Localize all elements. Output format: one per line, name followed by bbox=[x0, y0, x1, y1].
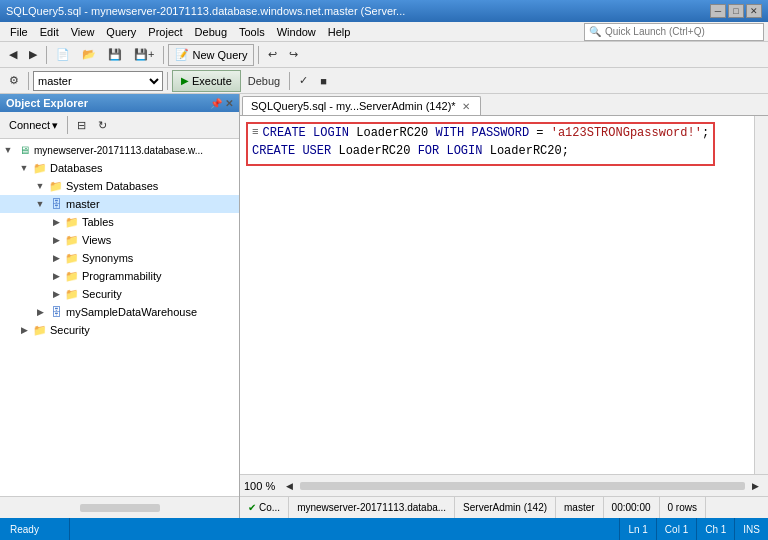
menu-project[interactable]: Project bbox=[142, 24, 188, 40]
tree-item-master[interactable]: ▼ 🗄 master bbox=[0, 195, 239, 213]
tree-item-programmability[interactable]: ▶ 📁 Programmability bbox=[0, 267, 239, 285]
tables-icon: 📁 bbox=[64, 214, 80, 230]
new-query-button[interactable]: 📝 New Query bbox=[168, 44, 254, 66]
tree-item-tables[interactable]: ▶ 📁 Tables bbox=[0, 213, 239, 231]
oe-scroll-bar[interactable] bbox=[0, 504, 239, 512]
debug-label: Debug bbox=[248, 75, 280, 87]
code-highlight-box: ≡ CREATE LOGIN LoaderRC20 WITH PASSWORD bbox=[246, 122, 715, 166]
server-label: mynewserver-20171113.database.w... bbox=[32, 145, 203, 156]
security-master-icon: 📁 bbox=[64, 286, 80, 302]
minimize-button[interactable]: ─ bbox=[710, 4, 726, 18]
code-line-1: ≡ CREATE LOGIN LoaderRC20 WITH PASSWORD bbox=[252, 126, 709, 144]
conn-icon-item: ✔ Co... bbox=[240, 497, 289, 518]
system-databases-icon: 📁 bbox=[48, 178, 64, 194]
security-top-expander[interactable]: ▶ bbox=[16, 325, 32, 335]
oe-close-button[interactable]: ✕ bbox=[225, 98, 233, 109]
databases-label: Databases bbox=[48, 162, 103, 174]
system-db-expander[interactable]: ▼ bbox=[32, 181, 48, 191]
oe-filter-button[interactable]: ⊟ bbox=[72, 114, 91, 136]
debug-button[interactable]: Debug bbox=[243, 70, 285, 92]
menu-window[interactable]: Window bbox=[271, 24, 322, 40]
redo-button[interactable]: ↪ bbox=[284, 44, 303, 66]
editor-area: SQLQuery5.sql - my...ServerAdmin (142)* … bbox=[240, 94, 768, 518]
views-expander[interactable]: ▶ bbox=[48, 235, 64, 245]
editor-content[interactable]: ≡ CREATE LOGIN LoaderRC20 WITH PASSWORD bbox=[240, 116, 754, 474]
forward-button[interactable]: ▶ bbox=[24, 44, 42, 66]
security-top-label: Security bbox=[48, 324, 90, 336]
space7 bbox=[295, 144, 302, 158]
stop-button[interactable]: ■ bbox=[315, 70, 332, 92]
window-controls: ─ □ ✕ bbox=[710, 4, 762, 18]
master-expander[interactable]: ▼ bbox=[32, 199, 48, 209]
maximize-button[interactable]: □ bbox=[728, 4, 744, 18]
toolbar-sep5 bbox=[167, 72, 168, 90]
menu-file[interactable]: File bbox=[4, 24, 34, 40]
connect-label: Connect bbox=[9, 119, 50, 131]
execute-label: Execute bbox=[192, 75, 232, 87]
quick-launch-input[interactable] bbox=[605, 26, 759, 37]
zoom-out-button[interactable]: ◀ bbox=[281, 475, 298, 497]
save-all-button[interactable]: 💾+ bbox=[129, 44, 159, 66]
tree-item-security-master[interactable]: ▶ 📁 Security bbox=[0, 285, 239, 303]
synonyms-expander[interactable]: ▶ bbox=[48, 253, 64, 263]
database-selector[interactable]: master bbox=[33, 71, 163, 91]
toolbar-sep3 bbox=[258, 46, 259, 64]
close-button[interactable]: ✕ bbox=[746, 4, 762, 18]
toolbar-main: ◀ ▶ 📄 📂 💾 💾+ 📝 New Query ↩ ↪ bbox=[0, 42, 768, 68]
editor-scrollbar-vertical[interactable] bbox=[754, 116, 768, 474]
server-expander[interactable]: ▼ bbox=[0, 145, 16, 155]
status-right: Ln 1 Col 1 Ch 1 INS bbox=[619, 518, 768, 540]
security-master-label: Security bbox=[80, 288, 122, 300]
sample-dw-expander[interactable]: ▶ bbox=[32, 307, 48, 317]
views-icon: 📁 bbox=[64, 232, 80, 248]
space11 bbox=[482, 144, 489, 158]
tree-item-server[interactable]: ▼ 🖥 mynewserver-20171113.database.w... bbox=[0, 141, 239, 159]
menu-edit[interactable]: Edit bbox=[34, 24, 65, 40]
parse-button[interactable]: ✓ bbox=[294, 70, 313, 92]
tree-item-sample-dw[interactable]: ▶ 🗄 mySampleDataWarehouse bbox=[0, 303, 239, 321]
zoom-in-button[interactable]: ▶ bbox=[747, 475, 764, 497]
for-kw: FOR bbox=[418, 144, 440, 158]
undo-button[interactable]: ↩ bbox=[263, 44, 282, 66]
rows-label: 0 rows bbox=[668, 502, 697, 513]
space9 bbox=[410, 144, 417, 158]
tree-item-views[interactable]: ▶ 📁 Views bbox=[0, 231, 239, 249]
back-button[interactable]: ◀ bbox=[4, 44, 22, 66]
tree-item-system-databases[interactable]: ▼ 📁 System Databases bbox=[0, 177, 239, 195]
quick-launch-box[interactable]: 🔍 bbox=[584, 23, 764, 41]
toolbar-sep4 bbox=[28, 72, 29, 90]
user-conn-label: ServerAdmin (142) bbox=[463, 502, 547, 513]
tree-item-security-top[interactable]: ▶ 📁 Security bbox=[0, 321, 239, 339]
menu-query[interactable]: Query bbox=[100, 24, 142, 40]
oe-refresh-button[interactable]: ↻ bbox=[93, 114, 112, 136]
time-label: 00:00:00 bbox=[612, 502, 651, 513]
space1 bbox=[306, 126, 313, 140]
menu-help[interactable]: Help bbox=[322, 24, 357, 40]
tables-label: Tables bbox=[80, 216, 114, 228]
menu-tools[interactable]: Tools bbox=[233, 24, 271, 40]
line1-marker: ≡ bbox=[252, 126, 259, 138]
tree-item-databases[interactable]: ▼ 📁 Databases bbox=[0, 159, 239, 177]
open-button[interactable]: 📂 bbox=[77, 44, 101, 66]
toolbar-query: ⚙ master ▶ Execute Debug ✓ ■ bbox=[0, 68, 768, 94]
horizontal-scrollbar[interactable] bbox=[300, 482, 745, 490]
databases-expander[interactable]: ▼ bbox=[16, 163, 32, 173]
toolbar-icon1[interactable]: ⚙ bbox=[4, 70, 24, 92]
new-file-button[interactable]: 📄 bbox=[51, 44, 75, 66]
programmability-icon: 📁 bbox=[64, 268, 80, 284]
security-master-expander[interactable]: ▶ bbox=[48, 289, 64, 299]
menu-debug[interactable]: Debug bbox=[189, 24, 233, 40]
object-explorer: Object Explorer 📌 ✕ Connect ▾ ⊟ ↻ ▼ 🖥 my… bbox=[0, 94, 240, 518]
menu-view[interactable]: View bbox=[65, 24, 101, 40]
tree-item-synonyms[interactable]: ▶ 📁 Synonyms bbox=[0, 249, 239, 267]
tab-close-button[interactable]: ✕ bbox=[460, 101, 472, 112]
execute-button[interactable]: ▶ Execute bbox=[172, 70, 241, 92]
oe-pin-button[interactable]: 📌 bbox=[210, 98, 222, 109]
tables-expander[interactable]: ▶ bbox=[48, 217, 64, 227]
active-tab[interactable]: SQLQuery5.sql - my...ServerAdmin (142)* … bbox=[242, 96, 481, 115]
tab-label: SQLQuery5.sql - my...ServerAdmin (142)* bbox=[251, 100, 456, 112]
save-button[interactable]: 💾 bbox=[103, 44, 127, 66]
prog-expander[interactable]: ▶ bbox=[48, 271, 64, 281]
oe-connect-button[interactable]: Connect ▾ bbox=[4, 117, 63, 134]
query-editor[interactable]: ≡ CREATE LOGIN LoaderRC20 WITH PASSWORD bbox=[240, 116, 754, 172]
